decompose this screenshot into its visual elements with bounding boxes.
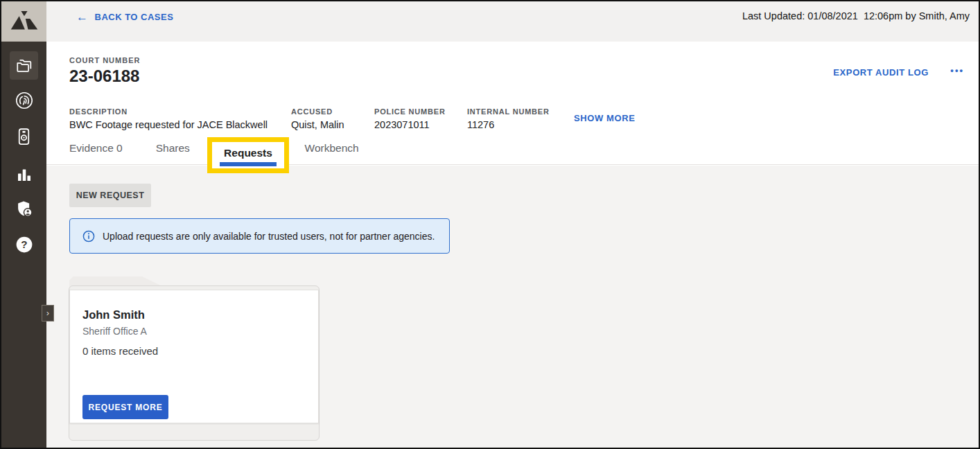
back-arrow-icon: ←	[76, 11, 89, 23]
sidebar-item-evidence[interactable]	[1, 91, 46, 110]
sidebar-item-analytics[interactable]	[1, 166, 46, 183]
field-label: DESCRIPTION	[69, 107, 268, 116]
back-to-cases-link[interactable]: ← BACK TO CASES	[76, 11, 173, 23]
app-window: ? › ← BACK TO CASES Last Updated: 01/08/…	[0, 0, 980, 449]
field-accused: ACCUSED Quist, Malin	[291, 107, 344, 130]
tab-workbench[interactable]: Workbench	[305, 142, 359, 164]
svg-text:?: ?	[21, 238, 27, 250]
field-label: INTERNAL NUMBER	[467, 107, 550, 116]
sidebar: ?	[1, 1, 46, 448]
shield-user-icon	[15, 200, 33, 218]
requester-agency: Sheriff Office A	[82, 326, 147, 337]
last-updated-text: Last Updated: 01/08/2021 12:06pm by Smit…	[742, 10, 970, 21]
back-to-cases-label: BACK TO CASES	[95, 12, 174, 22]
sidebar-item-devices[interactable]	[1, 127, 46, 147]
request-card-body: John Smith Sheriff Office A 0 items rece…	[69, 290, 319, 423]
axon-logo[interactable]	[1, 1, 46, 42]
items-received-count: 0 items received	[82, 345, 158, 357]
field-internal-number: INTERNAL NUMBER 11276	[467, 107, 550, 130]
case-header: COURT NUMBER 23-06188 EXPORT AUDIT LOG •…	[46, 42, 979, 165]
topbar: ← BACK TO CASES Last Updated: 01/08/2021…	[46, 1, 979, 42]
requests-tab-highlight-box[interactable]: Requests	[207, 137, 289, 173]
court-number-value: 23-06188	[69, 67, 139, 86]
field-value: 2023071011	[374, 119, 446, 130]
field-label: POLICE NUMBER	[374, 107, 446, 116]
tab-shares[interactable]: Shares	[156, 142, 190, 164]
request-card: John Smith Sheriff Office A 0 items rece…	[69, 276, 320, 441]
info-icon	[82, 230, 95, 243]
field-police-number: POLICE NUMBER 2023071011	[374, 107, 446, 130]
tab-evidence[interactable]: Evidence 0	[69, 142, 123, 164]
export-audit-log-link[interactable]: EXPORT AUDIT LOG	[833, 67, 929, 78]
requests-tab-panel: NEW REQUEST Upload requests are only ava…	[46, 166, 979, 448]
axon-logo-icon	[9, 9, 40, 35]
sidebar-item-help[interactable]: ?	[1, 236, 46, 254]
field-value: 11276	[467, 119, 550, 130]
info-banner-text: Upload requests are only available for t…	[103, 231, 435, 242]
request-more-button[interactable]: REQUEST MORE	[82, 395, 168, 419]
folder-icon	[15, 57, 33, 75]
info-banner: Upload requests are only available for t…	[69, 218, 450, 254]
field-value: BWC Footage requested for JACE Blackwell	[69, 119, 268, 130]
court-number-label: COURT NUMBER	[69, 56, 140, 64]
field-value: Quist, Malin	[291, 119, 344, 130]
sidebar-item-admin[interactable]	[1, 200, 46, 218]
active-tab-underline	[220, 162, 277, 166]
new-request-button[interactable]: NEW REQUEST	[69, 184, 151, 207]
requester-name: John Smith	[82, 308, 145, 322]
help-icon: ?	[15, 236, 33, 254]
bar-chart-icon	[16, 166, 33, 183]
sidebar-item-cases[interactable]	[1, 57, 46, 75]
tab-requests-label: Requests	[224, 147, 272, 159]
field-label: ACCUSED	[291, 107, 344, 116]
fingerprint-icon	[15, 91, 34, 110]
field-description: DESCRIPTION BWC Footage requested for JA…	[69, 107, 268, 130]
sidebar-expand-toggle[interactable]: ›	[42, 305, 54, 322]
more-options-icon[interactable]: •••	[950, 65, 964, 76]
device-dock-icon	[15, 127, 33, 147]
show-more-link[interactable]: SHOW MORE	[574, 113, 635, 123]
